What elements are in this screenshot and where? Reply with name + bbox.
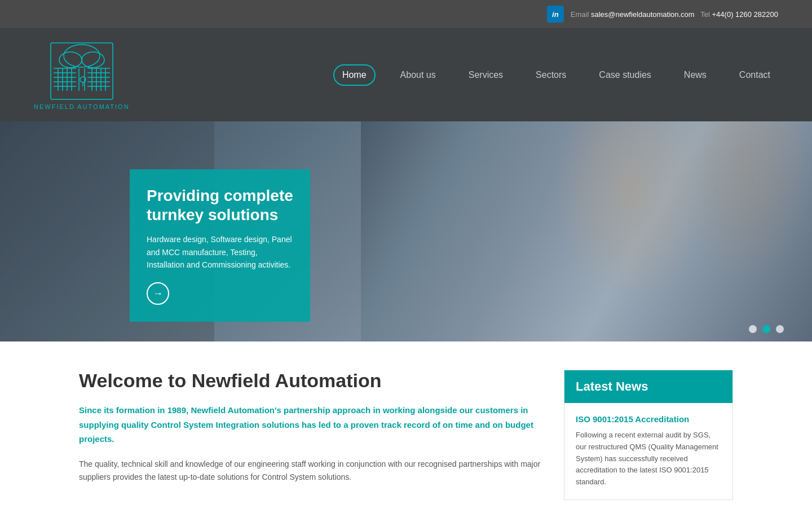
welcome-title: Welcome to Newfield Automation	[79, 370, 541, 392]
welcome-subtitle: Since its formation in 1989, Newfield Au…	[79, 403, 541, 446]
nav-contact[interactable]: Contact	[731, 65, 778, 85]
nav-case-studies[interactable]: Case studies	[591, 65, 659, 85]
hero-arrow-button[interactable]: →	[147, 282, 169, 305]
latest-news-section: Latest News ISO 9001:2015 Accreditation …	[564, 370, 733, 500]
main-content: Welcome to Newfield Automation Since its…	[0, 341, 812, 508]
news-section-title: Latest News	[576, 379, 721, 394]
news-box: Latest News ISO 9001:2015 Accreditation …	[564, 370, 733, 500]
hero-content-box: Providing complete turnkey solutions Har…	[130, 169, 310, 322]
main-nav: Home About us Services Sectors Case stud…	[164, 64, 778, 86]
nav-about[interactable]: About us	[392, 65, 444, 85]
hero-slider: Providing complete turnkey solutions Har…	[0, 121, 812, 341]
contact-info: Email sales@newfieldautomation.com Tel +…	[571, 10, 778, 19]
hero-description: Hardware design, Software design, Panel …	[147, 233, 293, 271]
linkedin-icon[interactable]: in	[547, 6, 564, 23]
slider-dot-1[interactable]	[749, 325, 757, 333]
welcome-section: Welcome to Newfield Automation Since its…	[79, 370, 541, 500]
email-label: Email	[571, 10, 589, 19]
slider-dots	[749, 325, 784, 333]
nav-services[interactable]: Services	[461, 65, 511, 85]
slider-dot-3[interactable]	[776, 325, 784, 333]
header: NEWFIELD AUTOMATION Home About us Servic…	[0, 28, 812, 121]
tel-label: Tel	[700, 10, 710, 19]
news-box-header: Latest News	[564, 370, 732, 403]
logo-text: NEWFIELD AUTOMATION	[34, 103, 130, 110]
news-item-body: Following a recent external audit by SGS…	[576, 430, 721, 488]
nav-news[interactable]: News	[676, 65, 714, 85]
logo-area: NEWFIELD AUTOMATION	[34, 40, 130, 110]
news-item-title[interactable]: ISO 9001:2015 Accreditation	[576, 414, 721, 424]
top-bar: in Email sales@newfieldautomation.com Te…	[0, 0, 812, 28]
svg-rect-25	[51, 43, 113, 99]
tel-value: +44(0) 1260 282200	[712, 10, 778, 19]
hero-people-image	[361, 121, 812, 341]
email-value: sales@newfieldautomation.com	[591, 10, 695, 19]
svg-point-0	[64, 45, 100, 67]
nav-sectors[interactable]: Sectors	[528, 65, 574, 85]
welcome-body: The quality, technical skill and knowled…	[79, 458, 541, 485]
news-box-content: ISO 9001:2015 Accreditation Following a …	[564, 403, 732, 500]
svg-point-1	[59, 52, 82, 68]
logo-svg	[48, 40, 116, 102]
slider-dot-2[interactable]	[762, 325, 770, 333]
nav-home[interactable]: Home	[333, 64, 376, 86]
hero-title: Providing complete turnkey solutions	[147, 186, 293, 224]
svg-point-2	[82, 52, 104, 68]
